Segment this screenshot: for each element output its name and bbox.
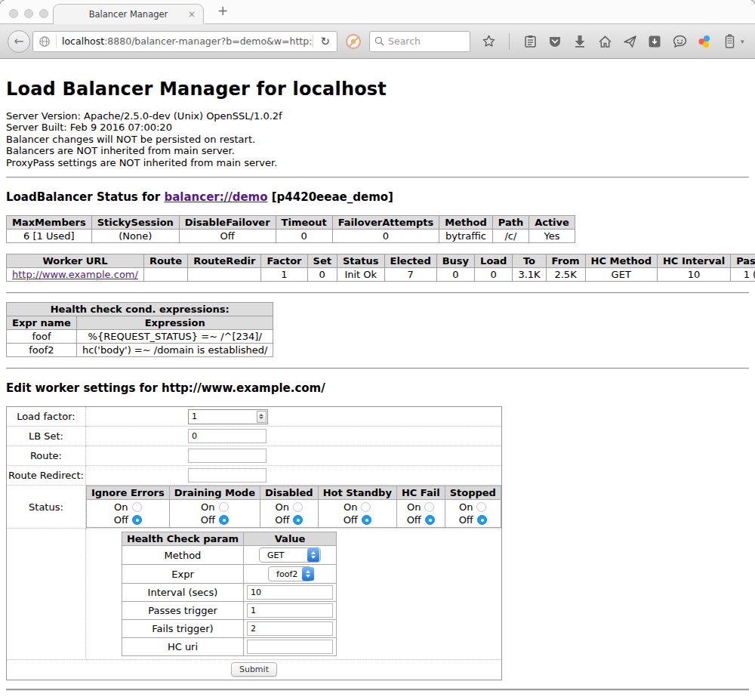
bookmark-star-icon[interactable]: [481, 34, 496, 49]
balancer-demo-link[interactable]: balancer://demo: [164, 190, 267, 204]
select-value: GET: [267, 550, 284, 560]
worker-url-link[interactable]: http://www.example.com/: [12, 269, 138, 280]
column-header-passes: Passes: [731, 254, 755, 268]
pocket-icon[interactable]: [547, 34, 562, 49]
column-header-from: From: [546, 254, 585, 268]
status-row: Status: Ignore ErrorsDraining ModeDisabl…: [7, 486, 502, 529]
hc-input-hc-uri[interactable]: [247, 640, 333, 654]
balancer-cell: bytraffic: [439, 230, 492, 243]
new-tab-button[interactable]: +: [217, 3, 228, 18]
tab-queue-icon[interactable]: [647, 34, 662, 49]
tab-title: Balancer Manager: [89, 9, 168, 20]
number-field[interactable]: [189, 411, 257, 422]
select-value: foof2: [276, 569, 297, 579]
tab-close-icon[interactable]: ×: [188, 9, 196, 20]
expression-cell: %{REQUEST_STATUS} =~ /^[234]/: [76, 330, 273, 344]
form-label-route-redirect: Route Redirect:: [7, 466, 86, 486]
send-paper-plane-icon[interactable]: [622, 34, 637, 49]
status-hc-fail-on-radio[interactable]: [424, 502, 434, 512]
status-hot-standby-off-radio[interactable]: [362, 515, 371, 525]
toolbar-separator: [509, 33, 510, 50]
form-field-load-factor: [85, 407, 501, 427]
downloads-icon[interactable]: [572, 34, 587, 49]
column-header-set: Set: [307, 254, 337, 268]
form-row-route: Route:: [7, 446, 502, 466]
hc-param-value-fails-trigger: [244, 620, 337, 638]
status-stopped-off-radio[interactable]: [477, 515, 487, 525]
radio-on-label: On: [276, 501, 289, 513]
server-info-line: Server Version: Apache/2.5.0-dev (Unix) …: [6, 110, 749, 122]
site-identity-globe-icon[interactable]: [39, 35, 51, 48]
column-header-busy: Busy: [436, 254, 474, 268]
expr-title-row: Health check cond. expressions:: [7, 303, 273, 316]
reading-list-clipboard-icon[interactable]: [522, 34, 538, 49]
column-header-worker-url: Worker URL: [7, 254, 144, 268]
home-icon[interactable]: [597, 34, 612, 49]
hc-param-value-hc-uri: [244, 638, 337, 656]
window-zoom-button[interactable]: [39, 9, 48, 18]
window-close-button[interactable]: [9, 9, 18, 18]
hc-input-passes-trigger[interactable]: [247, 603, 333, 618]
column-header-failoverattempts: FailoverAttempts: [332, 216, 439, 230]
tab-balancer-manager[interactable]: Balancer Manager ×: [53, 4, 204, 24]
hc-input-interval-secs[interactable]: [247, 585, 333, 600]
url-bar[interactable]: localhost:8880/balancer-manager?b=demo&w…: [32, 31, 337, 52]
hc-input-fails-trigger[interactable]: [247, 621, 333, 636]
column-header-active: Active: [529, 216, 575, 230]
health-check-param-table: Health Check paramValueMethodGETExprfoof…: [122, 532, 337, 656]
worker-cell: Init Ok: [337, 268, 384, 282]
reload-icon[interactable]: ↻: [313, 35, 337, 48]
status-disabled-off-radio[interactable]: [293, 515, 303, 525]
url-host: localhost: [62, 35, 104, 47]
content-blocker-icon[interactable]: [346, 34, 361, 49]
colored-dots-extension-icon[interactable]: [697, 34, 712, 49]
hc-param-label-method: Method: [122, 546, 243, 565]
worker-cell: 2.5K: [546, 268, 585, 282]
number-spinner-icon[interactable]: [257, 411, 267, 423]
overflow-caret-icon[interactable]: ▾: [741, 38, 744, 45]
back-button[interactable]: ←: [8, 30, 30, 53]
status-heading-prefix: LoadBalancer Status for: [6, 190, 164, 204]
radio-on-label: On: [407, 501, 421, 513]
status-stopped-on-radio[interactable]: [476, 502, 486, 512]
status-hc-fail-off-radio[interactable]: [425, 515, 435, 525]
column-header-expression: Expression: [76, 316, 273, 330]
column-header-path: Path: [492, 216, 528, 230]
window-minimize-button[interactable]: [24, 9, 33, 18]
form-label-lb-set: LB Set:: [7, 427, 86, 446]
status-ignore-errors-on-radio[interactable]: [132, 502, 142, 512]
text-input-route[interactable]: [188, 449, 267, 463]
expr-select[interactable]: foof2: [268, 566, 312, 581]
balancer-cell: Yes: [529, 230, 575, 243]
battery-extension-icon[interactable]: [722, 34, 737, 49]
chat-smiley-icon[interactable]: [672, 34, 687, 49]
text-input-route-redirect[interactable]: [188, 468, 267, 483]
hc-param-row-expr: Exprfoof2: [122, 565, 336, 584]
number-input-load-factor[interactable]: [188, 409, 268, 424]
hc-param-row-passes-trigger: Passes trigger: [122, 602, 336, 620]
status-hot-standby-on-radio[interactable]: [361, 502, 371, 512]
method-select[interactable]: GET: [259, 547, 321, 563]
search-bar[interactable]: Search: [369, 31, 470, 52]
status-flags-table: Ignore ErrorsDraining ModeDisabledHot St…: [86, 486, 501, 528]
tab-strip: Balancer Manager × +: [0, 0, 755, 24]
worker-cell: GET: [585, 268, 657, 282]
hc-param-label-expr: Expr: [122, 565, 243, 584]
status-ignore-errors-off-radio[interactable]: [132, 515, 142, 525]
column-header-stickysession: StickySession: [91, 216, 179, 230]
status-draining-mode-off-radio[interactable]: [219, 515, 229, 525]
expr-name-cell: foof: [7, 330, 77, 344]
navigation-toolbar: ← localhost:8880/balancer-manager?b=demo…: [0, 24, 755, 59]
text-input-lb-set[interactable]: [188, 429, 267, 443]
url-text[interactable]: localhost:8880/balancer-manager?b=demo&w…: [57, 35, 313, 47]
column-header-status: Status: [337, 254, 384, 268]
submit-button[interactable]: Submit: [231, 662, 277, 677]
column-header-hc-method: HC Method: [585, 254, 657, 268]
status-disabled-on-radio[interactable]: [293, 502, 303, 512]
tabstrip-border: [205, 23, 755, 24]
expr-table-title: Health check cond. expressions:: [7, 303, 273, 316]
hc-param-value-passes-trigger: [244, 602, 337, 620]
column-header-disablefailover: DisableFailover: [179, 216, 276, 230]
status-draining-mode-on-radio[interactable]: [219, 502, 229, 512]
server-info: Server Version: Apache/2.5.0-dev (Unix) …: [6, 110, 749, 168]
